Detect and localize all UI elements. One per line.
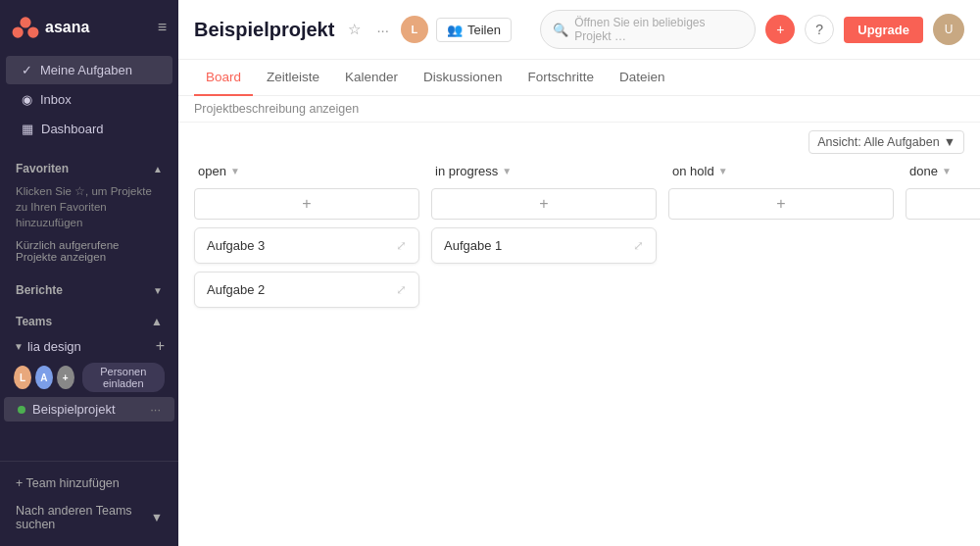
column-done-chevron: ▼ <box>942 166 952 176</box>
find-teams-chevron: ▼ <box>151 511 163 524</box>
task-card-aufgabe3[interactable]: Aufgabe 3 ⤢ <box>194 227 419 264</box>
view-selector-label: Ansicht: Alle Aufgaben <box>817 135 939 149</box>
board-column-open: open ▼ + Aufgabe 3 ⤢ Aufgabe 2 ⤢ <box>194 162 419 530</box>
task-card-aufgabe2[interactable]: Aufgabe 2 ⤢ <box>194 272 419 308</box>
task-card-aufgabe1[interactable]: Aufgabe 1 ⤢ <box>431 227 657 264</box>
project-name-label: Beispielprojekt <box>32 402 116 417</box>
asana-logo[interactable]: asana <box>12 14 89 41</box>
topbar: Beispielprojekt ☆ ··· L 👥 Teilen 🔍 Öffne… <box>178 0 980 60</box>
board-column-in-progress: in progress ▼ + Aufgabe 1 ⤢ <box>431 162 657 530</box>
favorites-empty-text: Klicken Sie ☆, um Projekte zu Ihren Favo… <box>0 179 178 236</box>
teams-label: Teams <box>16 315 52 328</box>
column-header-on-hold-left: on hold ▼ <box>672 164 728 178</box>
tab-zeitleiste[interactable]: Zeitleiste <box>255 60 331 96</box>
project-left: Beispielprojekt <box>18 402 116 417</box>
add-team-btn[interactable]: + Team hinzufügen <box>0 470 178 497</box>
search-placeholder-text: Öffnen Sie ein beliebiges Projekt … <box>574 16 743 43</box>
task-card-aufgabe2-name: Aufgabe 2 <box>207 282 265 297</box>
sidebar-item-dashboard-label: Dashboard <box>41 122 104 136</box>
sidebar-project-beispielprojekt[interactable]: Beispielprojekt ··· <box>4 397 174 422</box>
add-team-label: + Team hinzufügen <box>16 476 120 490</box>
share-btn[interactable]: 👥 Teilen <box>436 18 512 42</box>
help-btn[interactable]: ? <box>805 15 834 44</box>
asana-logo-text: asana <box>45 19 89 36</box>
column-header-in-progress: in progress ▼ <box>431 162 657 180</box>
upgrade-btn[interactable]: Upgrade <box>844 17 923 43</box>
teams-chevron: ▲ <box>151 315 163 328</box>
sidebar-teams-header[interactable]: Teams ▲ <box>0 311 178 332</box>
sidebar-members: L A + Personen einladen <box>0 359 178 396</box>
sidebar-nav: ✓ Meine Aufgaben ◉ Inbox ▦ Dashboard <box>0 51 178 148</box>
sidebar-bottom: + Team hinzufügen Nach anderen Teams suc… <box>0 461 178 546</box>
sidebar-favorites-header[interactable]: Favoriten ▲ <box>0 158 178 179</box>
board-column-on-hold: on hold ▼ + <box>668 162 894 530</box>
recent-projects-link[interactable]: Kürzlich aufgerufene Projekte anzeigen <box>0 236 178 266</box>
board-column-done: done ▼ + <box>906 162 980 530</box>
project-more-icon[interactable]: ··· <box>150 402 161 417</box>
invite-people-btn[interactable]: Personen einladen <box>82 363 165 392</box>
add-task-open-btn[interactable]: + <box>194 188 419 220</box>
project-status-dot <box>18 406 25 414</box>
view-selector[interactable]: Ansicht: Alle Aufgaben ▼ <box>808 130 964 154</box>
sidebar-item-inbox-label: Inbox <box>40 92 72 107</box>
column-on-hold-chevron: ▼ <box>718 166 728 176</box>
project-title: Beispielprojekt <box>194 19 334 41</box>
sidebar-reports-header[interactable]: Berichte ▼ <box>0 279 178 301</box>
add-task-on-hold-btn[interactable]: + <box>668 188 894 220</box>
sidebar-toggle-btn[interactable]: ≡ <box>158 19 167 36</box>
column-header-open-left: open ▼ <box>198 164 240 178</box>
tab-dateien[interactable]: Dateien <box>608 60 677 96</box>
svg-point-1 <box>13 26 24 37</box>
tab-fortschritte[interactable]: Fortschritte <box>515 60 606 96</box>
avatar-2: A <box>35 366 53 389</box>
project-desc-link[interactable]: Projektbeschreibung anzeigen <box>178 96 980 123</box>
svg-point-0 <box>20 17 30 27</box>
task-expand-icon-3: ⤢ <box>633 238 644 253</box>
column-done-name: done <box>909 164 938 178</box>
column-header-in-progress-left: in progress ▼ <box>435 164 512 178</box>
tab-diskussionen[interactable]: Diskussionen <box>412 60 514 96</box>
search-bar[interactable]: 🔍 Öffnen Sie ein beliebiges Projekt … <box>540 10 756 49</box>
star-icon-btn[interactable]: ☆ <box>344 19 365 40</box>
task-card-aufgabe1-name: Aufgabe 1 <box>444 238 502 253</box>
find-teams-btn[interactable]: Nach anderen Teams suchen ▼ <box>0 497 178 538</box>
reports-chevron: ▼ <box>153 285 163 296</box>
column-in-progress-name: in progress <box>435 164 498 178</box>
team-expand-chevron: ▼ <box>14 341 24 352</box>
favorites-chevron: ▲ <box>153 164 163 174</box>
board-toolbar: Ansicht: Alle Aufgaben ▼ <box>178 123 980 162</box>
sidebar-header: asana ≡ <box>0 0 178 51</box>
share-btn-label: Teilen <box>467 23 501 37</box>
team-name-left: ▼ lia design <box>14 339 81 354</box>
reports-label: Berichte <box>16 283 63 297</box>
sidebar-item-inbox[interactable]: ◉ Inbox <box>6 85 172 114</box>
column-in-progress-chevron: ▼ <box>502 166 512 176</box>
avatar-3: + <box>57 366 74 389</box>
user-avatar[interactable]: U <box>933 14 964 45</box>
team-name-row[interactable]: ▼ lia design + <box>0 332 178 359</box>
search-icon: 🔍 <box>553 23 568 37</box>
column-header-done-left: done ▼ <box>909 164 952 178</box>
sidebar-item-dashboard[interactable]: ▦ Dashboard <box>6 115 172 143</box>
topbar-project-avatar: L <box>401 16 428 43</box>
sidebar-item-my-tasks[interactable]: ✓ Meine Aufgaben <box>6 56 172 84</box>
sidebar-favorites-section: Favoriten ▲ Klicken Sie ☆, um Projekte z… <box>0 148 178 270</box>
favorites-label: Favoriten <box>16 162 69 175</box>
add-btn[interactable]: + <box>765 15 795 44</box>
column-on-hold-name: on hold <box>672 164 714 178</box>
more-options-btn[interactable]: ··· <box>372 20 393 40</box>
my-tasks-icon: ✓ <box>22 63 32 77</box>
column-open-chevron: ▼ <box>230 166 240 176</box>
avatar-1: L <box>14 366 31 389</box>
board-container: Ansicht: Alle Aufgaben ▼ open ▼ + Aufgab… <box>178 123 980 546</box>
column-open-name: open <box>198 164 226 178</box>
add-task-in-progress-btn[interactable]: + <box>431 188 657 220</box>
find-teams-label: Nach anderen Teams suchen <box>16 504 151 531</box>
tab-kalender[interactable]: Kalender <box>333 60 410 96</box>
sidebar-item-my-tasks-label: Meine Aufgaben <box>40 63 132 77</box>
tab-board[interactable]: Board <box>194 60 253 96</box>
team-add-btn[interactable]: + <box>156 337 165 355</box>
add-task-done-btn[interactable]: + <box>906 188 980 220</box>
sidebar-teams-section: Teams ▲ ▼ lia design + L A + Personen ei… <box>0 305 178 424</box>
task-expand-icon: ⤢ <box>396 238 407 253</box>
